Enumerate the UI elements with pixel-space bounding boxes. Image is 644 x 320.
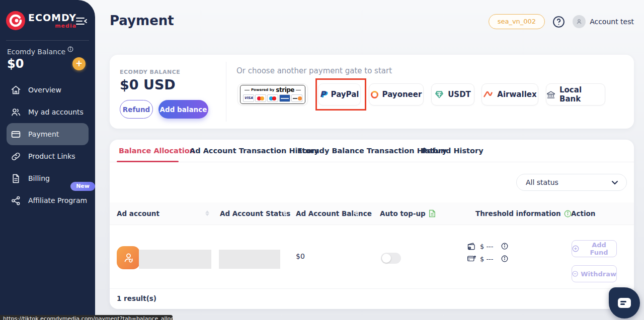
- sort-icon[interactable]: [283, 210, 287, 216]
- green-info-icon[interactable]: [564, 210, 572, 218]
- column-header-action: Action: [571, 209, 595, 218]
- sidebar-item-label: Payment: [28, 130, 59, 138]
- results-count: 1 result(s): [117, 294, 156, 302]
- info-icon[interactable]: [501, 255, 508, 262]
- stripe-gate-button[interactable]: Powered by stripe VISA: [237, 83, 308, 105]
- chat-widget-button[interactable]: [609, 287, 640, 318]
- sidebar-balance-value: $0: [7, 57, 24, 71]
- action-label: Add Fund: [582, 241, 616, 256]
- amex-icon: [279, 94, 290, 102]
- user-sync-icon: [122, 251, 135, 264]
- skeleton-placeholder: [219, 250, 280, 269]
- payoneer-gate-button[interactable]: Payoneer: [369, 83, 424, 105]
- credit-card-icon: [11, 129, 21, 140]
- bank-icon: [546, 90, 555, 99]
- green-doc-icon[interactable]: [429, 209, 436, 218]
- refund-button[interactable]: Refund: [120, 100, 153, 119]
- column-header-threshold-information: Threshold information: [475, 209, 572, 218]
- tab-refund-history[interactable]: Refund History: [422, 147, 484, 155]
- threshold-line-1: $ ---: [467, 242, 508, 251]
- stripe-brand: stripe: [276, 86, 294, 93]
- threshold-value: $ ---: [480, 255, 497, 263]
- powered-by-label: Powered by: [251, 88, 274, 92]
- sidebar-nav: Overview My ad accounts Payment Product …: [0, 79, 95, 211]
- ecomdy-balance-label: Ecomdy Balance: [7, 48, 73, 56]
- logo[interactable]: ECOMDY media: [6, 11, 76, 30]
- help-icon[interactable]: [552, 16, 565, 28]
- table-row: $0 $ --- $ --- Add Fund: [110, 225, 634, 289]
- gate-label: Airwallex: [497, 90, 536, 99]
- status-filter-value: All status: [526, 178, 558, 186]
- threshold-info-cell: $ --- $ ---: [467, 242, 508, 267]
- threshold-value: $ ---: [480, 243, 497, 250]
- sidebar-item-affiliate-program[interactable]: Affiliate Program New: [7, 189, 89, 211]
- sidebar-item-my-ad-accounts[interactable]: My ad accounts: [7, 101, 89, 123]
- logo-text: ECOMDY media: [28, 13, 76, 29]
- threshold-line-2: $ ---: [467, 254, 508, 263]
- gate-prompt: Or choose another payment gate to start: [236, 66, 392, 75]
- table-card: Balance Allocation Ad Account Transactio…: [110, 140, 634, 309]
- vertical-divider: [226, 62, 226, 122]
- sort-icon[interactable]: [355, 210, 359, 216]
- ecomdy-balance-caption: ECOMDY BALANCE: [120, 69, 180, 75]
- ad-account-avatar[interactable]: [117, 246, 140, 269]
- org-tag-pill[interactable]: sea_vn_002: [489, 14, 545, 29]
- sidebar-item-label: Affiliate Program: [28, 196, 87, 204]
- column-label: Ad Account Status: [220, 209, 290, 218]
- maestro-icon: [267, 94, 278, 102]
- minus-circle-icon: [572, 270, 578, 277]
- column-header-ad-account-balance[interactable]: Ad Account Balance: [296, 209, 372, 218]
- billing-doc-icon: [11, 173, 21, 184]
- header-right: sea_vn_002 Account test: [489, 14, 634, 29]
- sidebar-collapse-icon[interactable]: [75, 15, 88, 27]
- paypal-highlight-box: [315, 78, 366, 111]
- chat-icon: [618, 298, 631, 308]
- sidebar-item-label: Product Links: [28, 152, 75, 160]
- withdraw-button[interactable]: Withdraw: [572, 265, 617, 282]
- sort-icon[interactable]: [205, 210, 209, 216]
- auto-top-up-toggle[interactable]: [381, 253, 401, 264]
- column-header-ad-account-status[interactable]: Ad Account Status: [220, 209, 290, 218]
- gate-label: Payoneer: [382, 90, 422, 99]
- card-logos: VISA: [243, 94, 302, 102]
- tab-bar: Balance Allocation Ad Account Transactio…: [110, 140, 634, 162]
- main-content: Payment sea_vn_002 Account test ECOMDY B…: [95, 0, 644, 320]
- page-title: Payment: [110, 13, 174, 28]
- balance-card: ECOMDY BALANCE $0 USD Refund Add balance…: [110, 55, 634, 129]
- link-icon: [11, 151, 21, 162]
- sidebar-item-overview[interactable]: Overview: [7, 79, 89, 101]
- link-status-bar: https://tiktok.ecomdymedia.com/payment?t…: [0, 315, 173, 320]
- account-name: Account test: [590, 18, 634, 26]
- account-menu[interactable]: Account test: [573, 15, 634, 28]
- sidebar-item-product-links[interactable]: Product Links: [7, 145, 89, 167]
- sidebar: ECOMDY media Ecomdy Balance $0 + Overvie…: [0, 0, 95, 320]
- ecomdy-balance-amount: $0 USD: [120, 77, 176, 92]
- column-label: Threshold information: [475, 209, 561, 218]
- active-tab-underline: [117, 161, 179, 162]
- sidebar-item-payment[interactable]: Payment: [7, 123, 89, 145]
- chevron-down-icon: [611, 180, 618, 185]
- avatar: [573, 15, 586, 28]
- airwallex-gate-button[interactable]: Airwallex: [481, 83, 538, 105]
- column-header-ad-account[interactable]: Ad account: [117, 209, 159, 218]
- local-bank-gate-button[interactable]: Local Bank: [546, 83, 605, 105]
- column-label: Auto top-up: [380, 209, 426, 218]
- status-filter-select[interactable]: All status: [516, 174, 627, 191]
- ecomdy-logo-icon: [6, 11, 25, 30]
- sidebar-item-label: My ad accounts: [28, 108, 84, 116]
- add-balance-plus-icon[interactable]: +: [72, 57, 86, 70]
- brand-subtitle: media: [28, 23, 76, 29]
- info-icon[interactable]: [501, 243, 508, 250]
- add-balance-button[interactable]: Add balance: [158, 100, 208, 119]
- sidebar-divider: [6, 40, 89, 41]
- usdt-gate-button[interactable]: USDT: [431, 83, 474, 105]
- table-header-row: Ad account Ad Account Status Ad Account …: [110, 202, 634, 225]
- tab-balance-allocation[interactable]: Balance Allocation: [119, 147, 195, 155]
- card-topup-icon: [467, 255, 476, 263]
- add-fund-button[interactable]: Add Fund: [572, 240, 617, 257]
- discover-icon: [291, 94, 302, 102]
- wallet-icon: [467, 242, 476, 251]
- action-label: Withdraw: [581, 270, 616, 278]
- visa-icon: VISA: [243, 94, 254, 102]
- airwallex-icon: [483, 90, 493, 98]
